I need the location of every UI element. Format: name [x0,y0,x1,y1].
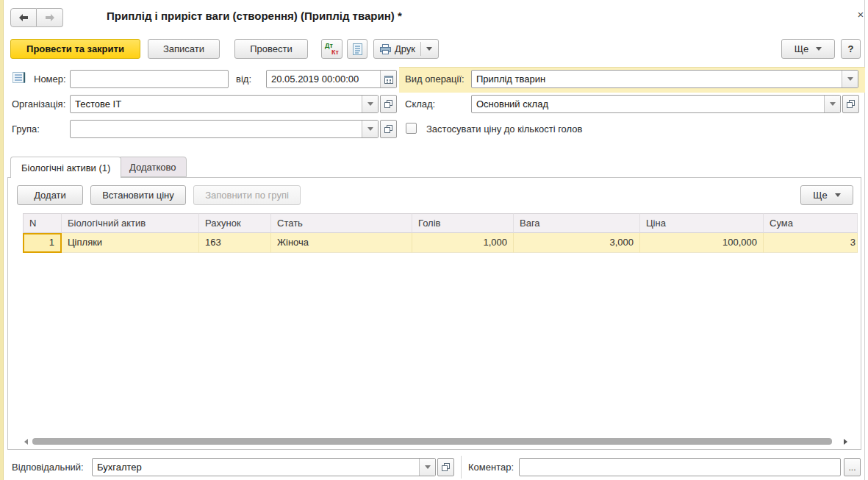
group-input[interactable] [71,121,362,137]
organization-label: Організація: [12,95,65,113]
document-icon [353,43,362,55]
forward-button[interactable] [37,8,63,27]
report-structure-button[interactable] [347,39,367,59]
save-label: Записати [163,43,204,54]
chevron-down-icon [847,77,853,81]
more-dropdown-icon [835,193,841,197]
form-navigation-button[interactable] [12,71,26,84]
print-split-divider [420,42,421,56]
group-dropdown-segment[interactable] [362,121,378,137]
date-input[interactable] [267,71,380,87]
print-dropdown-icon[interactable] [426,47,432,51]
date-picker-segment[interactable] [380,71,396,87]
scroll-left-icon[interactable] [24,439,28,445]
number-input[interactable] [71,71,228,87]
help-label: ? [848,43,854,54]
tab-additional[interactable]: Додатково [118,157,187,177]
operation-dropdown-segment[interactable] [842,71,858,87]
responsible-dropdown-segment[interactable] [419,459,435,476]
column-header-sum[interactable]: Сума [764,213,858,233]
print-split-button[interactable]: Друк [373,39,439,59]
warehouse-input[interactable] [472,96,824,112]
column-header-heads[interactable]: Голів [412,213,514,233]
post-and-close-button[interactable]: Провести та закрити [10,39,140,59]
calendar-icon [384,75,393,84]
responsible-open-button[interactable] [437,458,454,476]
comment-more-button[interactable]: ... [844,458,861,476]
more-label: Ще [795,43,808,54]
more-button-toolbar[interactable]: Ще [781,39,835,59]
cell-row-number[interactable]: 1 [23,233,62,253]
scrollbar-thumb[interactable] [32,438,832,445]
comment-input[interactable] [520,459,840,476]
warehouse-field[interactable] [471,95,841,113]
cell-asset[interactable]: Ціпляки [62,233,199,253]
tab-bio-assets[interactable]: Біологічні активи (1) [10,157,121,178]
history-nav [10,8,63,27]
document-window: Приплід і приріст ваги (створення) (Прип… [0,0,868,480]
table-row[interactable]: 1 Ціпляки 163 Жіноча 1,000 3,000 100,000… [23,233,858,253]
list-icon [12,71,26,84]
number-field[interactable] [70,70,229,88]
scroll-right-icon[interactable] [844,439,847,445]
organization-input[interactable] [71,96,362,112]
warehouse-label: Склад: [405,95,435,113]
column-header-n[interactable]: N [23,213,62,233]
fill-by-group-button[interactable]: Заповнити по групі [193,185,301,205]
save-button[interactable]: Записати [148,39,220,59]
comment-label: Коментар: [468,458,514,476]
responsible-field[interactable] [92,458,436,476]
more-dropdown-icon [816,47,822,51]
cell-price[interactable]: 100,000 [640,233,764,253]
warehouse-dropdown-segment[interactable] [824,96,840,112]
tab-bio-assets-label: Біологічні активи (1) [21,162,110,173]
warehouse-open-button[interactable] [842,95,859,113]
operation-field[interactable] [471,70,858,88]
chevron-down-icon [367,127,373,131]
organization-field[interactable] [70,95,379,113]
cell-sex[interactable]: Жіноча [271,233,412,253]
set-price-button[interactable]: Встановити ціну [90,185,186,205]
dt-kt-button[interactable]: Дт Кт [321,39,342,59]
post-button[interactable]: Провести [234,39,308,59]
group-label: Група: [12,120,40,138]
grid-more-label: Ще [813,190,827,201]
cell-heads[interactable]: 1,000 [412,233,514,253]
group-open-button[interactable] [380,120,397,138]
add-row-button[interactable]: Додати [17,185,83,205]
print-label: Друк [395,43,415,54]
cell-account[interactable]: 163 [199,233,271,253]
open-value-icon [384,125,392,133]
responsible-input[interactable] [93,459,419,476]
post-and-close-label: Провести та закрити [26,43,124,54]
date-label: від: [236,70,251,88]
open-value-icon [847,100,855,108]
apply-price-checkbox[interactable] [406,123,417,134]
horizontal-scrollbar[interactable] [11,437,858,446]
date-field[interactable] [266,70,397,88]
close-icon[interactable]: × [853,7,868,23]
cell-sum[interactable]: 3 [764,233,858,253]
column-header-price[interactable]: Ціна [640,213,764,233]
fill-by-group-label: Заповнити по групі [205,190,289,201]
set-price-label: Встановити ціну [102,190,174,201]
group-field[interactable] [70,120,379,138]
open-value-icon [442,463,450,471]
column-header-weight[interactable]: Вага [514,213,640,233]
chevron-down-icon [425,465,431,469]
operation-label: Вид операції: [405,70,465,88]
back-button[interactable] [10,8,37,27]
add-row-label: Додати [34,190,66,201]
operation-input[interactable] [472,71,842,87]
column-header-account[interactable]: Рахунок [199,213,271,233]
comment-field[interactable] [519,458,841,476]
column-header-asset[interactable]: Біологічний актив [62,213,199,233]
organization-open-button[interactable] [380,95,397,113]
column-header-sex[interactable]: Стать [271,213,412,233]
help-button[interactable]: ? [841,39,861,59]
organization-dropdown-segment[interactable] [362,96,378,112]
more-button-grid[interactable]: Ще [800,185,853,205]
cell-weight[interactable]: 3,000 [514,233,640,253]
footer-splitter[interactable] [461,456,462,479]
table-header-row: N Біологічний актив Рахунок Стать Голів … [23,213,858,233]
